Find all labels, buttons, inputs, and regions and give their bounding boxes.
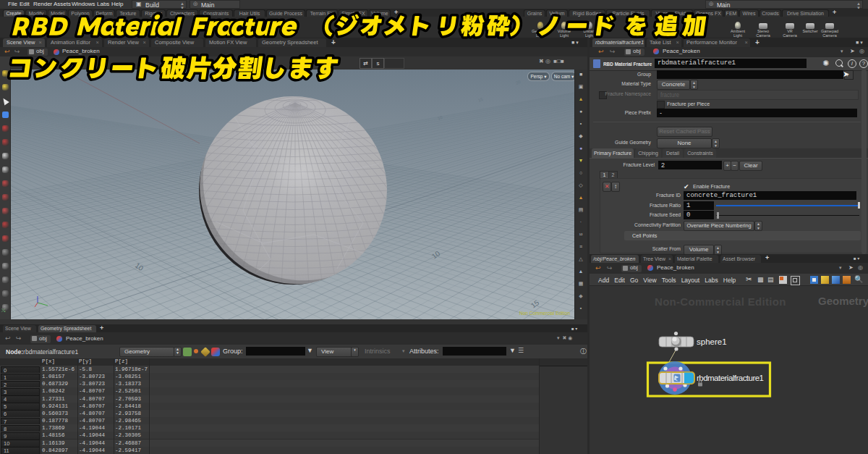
svg-text:Non Commercial Edition: Non Commercial Edition bbox=[519, 311, 570, 316]
svg-text:sphere1: sphere1 bbox=[697, 337, 727, 346]
svg-text:rbdmaterialfracture1: rbdmaterialfracture1 bbox=[697, 374, 764, 382]
